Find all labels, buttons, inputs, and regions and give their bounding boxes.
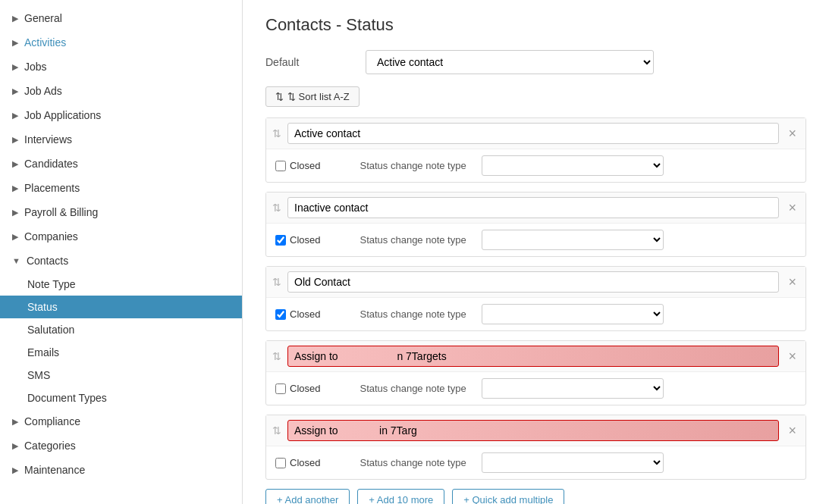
arrow-icon: ▶ <box>12 38 18 48</box>
status-name-input[interactable] <box>287 271 779 293</box>
sidebar-subitem-note-type[interactable]: Note Type <box>0 273 242 296</box>
status-card: ⇅ × Closed Status change note type <box>265 117 806 183</box>
remove-button[interactable]: × <box>785 275 799 289</box>
sidebar-item-payroll-billing[interactable]: ▶ Payroll & Billing <box>0 200 242 224</box>
arrow-icon: ▶ <box>12 86 18 96</box>
sidebar-item-jobs[interactable]: ▶ Jobs <box>0 55 242 79</box>
sidebar-item-contacts[interactable]: ▼ Contacts <box>0 249 242 273</box>
arrow-icon: ▶ <box>12 441 18 451</box>
closed-checkbox: Closed <box>275 160 320 171</box>
remove-button[interactable]: × <box>785 424 799 437</box>
arrow-icon: ▶ <box>12 62 18 72</box>
quick-add-multiple-button[interactable]: + Quick add multiple <box>452 489 564 504</box>
remove-button[interactable]: × <box>785 349 799 363</box>
sidebar-item-placements[interactable]: ▶ Placements <box>0 176 242 200</box>
closed-checkbox-input[interactable] <box>275 235 286 246</box>
note-type-select[interactable] <box>482 304 664 324</box>
sidebar-item-general[interactable]: ▶ General <box>0 6 242 30</box>
note-type-label: Status change note type <box>360 234 466 246</box>
action-buttons: + Add another + Add 10 more + Quick add … <box>265 489 806 504</box>
note-type-label: Status change note type <box>360 383 466 394</box>
arrow-icon: ▶ <box>12 135 18 145</box>
note-type-label: Status change note type <box>360 308 466 320</box>
note-type-select[interactable] <box>482 155 664 176</box>
sidebar-subitem-salutation[interactable]: Salutation <box>0 318 242 341</box>
drag-handle-icon[interactable]: ⇅ <box>272 424 281 437</box>
status-card: ⇅ × Closed Status change note type <box>265 266 806 331</box>
status-card-header: ⇅ × <box>266 118 805 149</box>
note-type-select[interactable] <box>482 378 664 399</box>
status-card-body: Closed Status change note type <box>266 372 805 405</box>
closed-label: Closed <box>290 234 320 246</box>
remove-button[interactable]: × <box>785 201 799 214</box>
status-name-input[interactable] <box>287 123 779 144</box>
status-card-body: Closed Status change note type <box>266 224 805 256</box>
closed-checkbox-input[interactable] <box>275 309 286 320</box>
sidebar-item-categories[interactable]: ▶ Categories <box>0 434 242 458</box>
sidebar-item-compliance[interactable]: ▶ Compliance <box>0 409 242 434</box>
status-card-header: ⇅ × <box>266 341 805 372</box>
main-content: Contacts - Status Default Active contact… <box>243 0 829 504</box>
closed-checkbox-input[interactable] <box>275 383 286 394</box>
arrow-icon: ▶ <box>12 111 18 121</box>
arrow-icon: ▶ <box>12 183 18 193</box>
default-select[interactable]: Active contact Inactive contact Old Cont… <box>366 50 654 74</box>
note-type-select[interactable] <box>482 452 664 473</box>
closed-checkbox-input[interactable] <box>275 458 286 468</box>
status-card: ⇅ × Closed Status change note type <box>265 340 806 405</box>
drag-handle-icon[interactable]: ⇅ <box>272 276 281 288</box>
sidebar-subitem-status[interactable]: Status <box>0 296 242 318</box>
add-another-button[interactable]: + Add another <box>265 489 350 504</box>
closed-checkbox: Closed <box>275 383 320 394</box>
status-card-header: ⇅ × <box>266 267 805 298</box>
arrow-icon: ▶ <box>12 232 18 242</box>
sidebar-item-job-ads[interactable]: ▶ Job Ads <box>0 79 242 103</box>
status-name-input-highlighted2[interactable] <box>287 420 779 441</box>
status-card-header: ⇅ × <box>266 415 805 446</box>
status-card-header: ⇅ × <box>266 193 805 224</box>
closed-checkbox: Closed <box>275 234 320 246</box>
drag-handle-icon[interactable]: ⇅ <box>272 127 281 139</box>
closed-checkbox: Closed <box>275 457 320 468</box>
note-type-select[interactable] <box>482 230 664 250</box>
sidebar-item-interviews[interactable]: ▶ Interviews <box>0 127 242 152</box>
add-10-more-button[interactable]: + Add 10 more <box>357 489 444 504</box>
sidebar-item-candidates[interactable]: ▶ Candidates <box>0 152 242 176</box>
drag-handle-icon[interactable]: ⇅ <box>272 350 281 362</box>
note-type-label: Status change note type <box>360 160 466 171</box>
sidebar-item-companies[interactable]: ▶ Companies <box>0 224 242 249</box>
status-card: ⇅ × Closed Status change note type <box>265 415 806 480</box>
closed-label: Closed <box>290 160 320 171</box>
status-card-body: Closed Status change note type <box>266 149 805 182</box>
status-name-input[interactable] <box>287 197 779 218</box>
arrow-icon: ▶ <box>12 208 18 218</box>
default-label: Default <box>265 56 356 68</box>
sidebar: ▶ General ▶ Activities ▶ Jobs ▶ Job Ads … <box>0 0 243 504</box>
sidebar-item-job-applications[interactable]: ▶ Job Applications <box>0 103 242 127</box>
sidebar-item-activities[interactable]: ▶ Activities <box>0 30 242 55</box>
arrow-icon: ▶ <box>12 417 18 427</box>
status-card-body: Closed Status change note type <box>266 446 805 479</box>
closed-label: Closed <box>290 308 320 320</box>
default-row: Default Active contact Inactive contact … <box>265 50 806 74</box>
sidebar-item-maintenance[interactable]: ▶ Maintenance <box>0 458 242 482</box>
status-card: ⇅ × Closed Status change note type <box>265 192 806 257</box>
sidebar-subitem-sms[interactable]: SMS <box>0 364 242 387</box>
sort-label: ⇅ Sort list A-Z <box>287 91 350 102</box>
sort-icon: ⇅ <box>275 91 284 102</box>
status-name-input-highlighted[interactable] <box>287 346 779 367</box>
closed-checkbox-input[interactable] <box>275 161 286 171</box>
drag-handle-icon[interactable]: ⇅ <box>272 202 281 214</box>
arrow-icon: ▶ <box>12 159 18 169</box>
status-card-body: Closed Status change note type <box>266 298 805 330</box>
sidebar-subitem-document-types[interactable]: Document Types <box>0 387 242 409</box>
page-title: Contacts - Status <box>265 15 806 35</box>
remove-button[interactable]: × <box>785 127 799 140</box>
sidebar-subitem-emails[interactable]: Emails <box>0 341 242 364</box>
sort-button[interactable]: ⇅ ⇅ Sort list A-Z <box>265 86 360 107</box>
arrow-icon: ▶ <box>12 14 18 23</box>
closed-label: Closed <box>290 383 320 394</box>
closed-label: Closed <box>290 457 320 468</box>
arrow-icon: ▶ <box>12 465 18 475</box>
arrow-icon: ▼ <box>12 256 20 265</box>
